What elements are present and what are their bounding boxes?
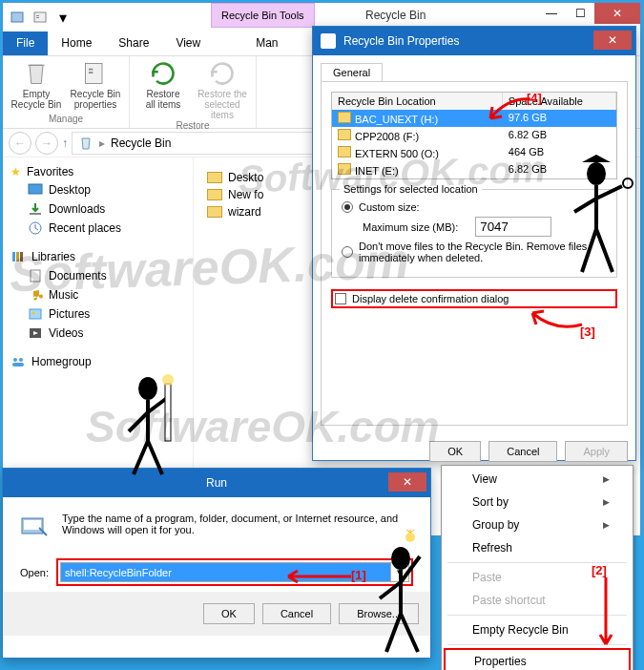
column-space[interactable]: Space Available <box>503 93 616 110</box>
qat-dropdown-icon[interactable]: ▾ <box>52 7 73 28</box>
nav-favorites-header[interactable]: ★Favorites <box>9 163 187 180</box>
ok-button[interactable]: OK <box>203 603 255 624</box>
ribbon-contextual-tab[interactable]: Recycle Bin Tools <box>211 3 315 28</box>
open-label: Open: <box>20 567 49 578</box>
table-row[interactable]: CPP2008 (F:)6.82 GB <box>332 127 616 144</box>
radio-icon <box>342 201 353 213</box>
ctx-empty-recycle-bin[interactable]: Empty Recycle Bin <box>444 618 631 641</box>
max-size-input[interactable] <box>475 217 551 237</box>
recycle-bin-icon <box>321 33 336 49</box>
drive-icon <box>338 112 351 123</box>
chevron-right-icon: ▶ <box>603 474 610 484</box>
dialog-titlebar: Recycle Bin Properties ✕ <box>313 27 635 55</box>
tab-manage[interactable]: Man <box>242 31 291 55</box>
empty-recycle-bin-button[interactable]: Empty Recycle Bin <box>10 60 62 114</box>
nav-desktop[interactable]: Desktop <box>9 180 187 199</box>
svg-rect-8 <box>30 213 41 215</box>
drive-icon <box>338 163 351 175</box>
breadcrumb-label: Recycle Bin <box>111 136 171 150</box>
qat-props-icon[interactable] <box>30 7 51 28</box>
tab-general[interactable]: General <box>321 63 383 81</box>
svg-rect-6 <box>89 72 93 73</box>
table-row[interactable]: INET (E:)6.82 GB <box>332 161 616 178</box>
ctx-sort[interactable]: Sort by▶ <box>444 491 631 513</box>
ctx-view[interactable]: View▶ <box>444 468 631 491</box>
folder-icon <box>207 189 222 200</box>
table-row[interactable]: EXTERN 500 (O:)464 GB <box>332 144 616 161</box>
svg-rect-12 <box>20 252 23 262</box>
run-dialog: Run ✕ Type the name of a program, folder… <box>2 468 431 659</box>
run-icon <box>20 513 51 543</box>
svg-rect-21 <box>24 520 41 530</box>
close-button[interactable]: ✕ <box>388 472 426 492</box>
tab-home[interactable]: Home <box>48 31 105 55</box>
tab-strip: General <box>321 63 628 82</box>
svg-rect-0 <box>11 12 23 22</box>
tab-file[interactable]: File <box>3 31 48 55</box>
ctx-refresh[interactable]: Refresh <box>444 536 631 559</box>
minimize-button[interactable]: — <box>537 3 566 24</box>
table-row[interactable]: BAC_UNEXT (H:)97.6 GB <box>332 110 616 127</box>
open-input[interactable] <box>60 562 391 582</box>
tab-share[interactable]: Share <box>105 31 162 55</box>
ctx-properties[interactable]: Properties <box>444 648 631 670</box>
nav-recent[interactable]: Recent places <box>9 219 187 238</box>
ok-button[interactable]: OK <box>429 441 481 462</box>
nav-downloads[interactable]: Downloads <box>9 199 187 219</box>
restore-selected-button: Restore the selected items <box>197 60 248 120</box>
svg-point-17 <box>13 358 17 362</box>
ctx-group[interactable]: Group by▶ <box>444 513 631 536</box>
apply-button: Apply <box>565 441 628 462</box>
maximize-button[interactable]: ☐ <box>566 3 594 24</box>
radio-no-recycle[interactable]: Don't move files to the Recycle Bin. Rem… <box>342 241 607 263</box>
ribbon-group-restore: Restore <box>137 120 248 131</box>
nav-libraries-header[interactable]: Libraries <box>9 247 187 266</box>
svg-rect-3 <box>36 17 39 18</box>
radio-icon <box>342 246 353 258</box>
tab-view[interactable]: View <box>162 31 214 55</box>
chevron-right-icon: ▶ <box>603 520 610 530</box>
recycle-bin-properties-button[interactable]: Recycle Bin properties <box>70 60 121 114</box>
chevron-right-icon: ▶ <box>603 497 610 507</box>
dropdown-icon[interactable]: ▾ <box>391 562 409 582</box>
forward-button[interactable]: → <box>35 132 58 155</box>
cancel-button[interactable]: Cancel <box>488 441 557 462</box>
svg-rect-5 <box>89 69 93 71</box>
browse-button[interactable]: Browse... <box>339 603 419 624</box>
ctx-paste-shortcut: Paste shortcut <box>444 589 631 612</box>
open-combobox-wrap: ▾ <box>56 558 413 586</box>
nav-homegroup[interactable]: Homegroup <box>9 352 187 371</box>
svg-rect-2 <box>36 15 39 16</box>
dialog-titlebar: Run ✕ <box>3 469 430 497</box>
properties-dialog: Recycle Bin Properties ✕ General Recycle… <box>312 26 636 461</box>
star-icon: ★ <box>10 165 21 178</box>
nav-documents[interactable]: Documents <box>9 266 187 285</box>
nav-music[interactable]: Music <box>9 285 187 304</box>
window-title: Recycle Bin <box>365 9 426 22</box>
cancel-button[interactable]: Cancel <box>262 603 331 624</box>
run-description: Type the name of a program, folder, docu… <box>62 513 413 543</box>
drive-icon <box>338 129 351 140</box>
svg-rect-10 <box>12 252 15 262</box>
context-menu: View▶ Sort by▶ Group by▶ Refresh Paste P… <box>441 465 634 670</box>
ribbon-group-manage: Manage <box>10 114 121 124</box>
quick-access-toolbar: ▾ <box>3 7 77 28</box>
back-button[interactable]: ← <box>9 132 31 155</box>
svg-point-18 <box>19 358 23 362</box>
display-confirmation-checkbox[interactable]: Display delete confirmation dialog <box>331 289 617 308</box>
close-button[interactable]: ✕ <box>593 31 632 50</box>
restore-all-button[interactable]: Restore all items <box>137 60 189 120</box>
up-button[interactable]: ↑ <box>62 136 68 150</box>
svg-rect-1 <box>34 12 46 22</box>
svg-rect-13 <box>31 270 40 282</box>
column-location[interactable]: Recycle Bin Location <box>332 93 503 110</box>
qat-icon[interactable] <box>7 7 28 28</box>
settings-group: Settings for selected location Custom si… <box>331 189 617 278</box>
radio-custom-size[interactable]: Custom size: <box>342 201 607 213</box>
nav-pictures[interactable]: Pictures <box>9 304 187 324</box>
folder-icon <box>207 172 222 183</box>
close-button[interactable]: ✕ <box>594 3 640 24</box>
locations-table: Recycle Bin Location Space Available BAC… <box>331 92 617 179</box>
nav-videos[interactable]: Videos <box>9 324 187 343</box>
ctx-paste: Paste <box>444 566 631 589</box>
